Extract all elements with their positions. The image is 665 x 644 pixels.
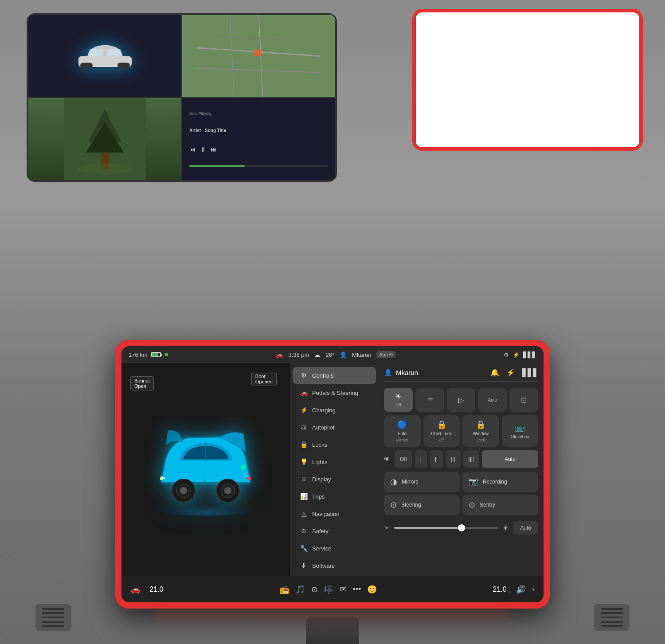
sidebar-item-navigation[interactable]: △ Navigation — [293, 505, 376, 522]
time-display: 3:38 pm — [288, 351, 309, 358]
brightness-slider[interactable] — [394, 527, 498, 529]
wiper-speed3-button[interactable]: ||| — [446, 450, 460, 468]
recording-button[interactable]: 📷 Recording — [462, 472, 538, 492]
user-name-display: 👤 Mkarun — [384, 369, 418, 377]
svg-rect-2 — [80, 62, 93, 68]
settings-icon[interactable]: ⚙ — [504, 351, 509, 358]
autopilot-label: Autopilot — [312, 424, 335, 431]
steering-sentry-row: ⊙ Steering ⊙ Sentry — [384, 495, 538, 515]
window-lock-button[interactable]: 🔒 Window Lock — [462, 415, 499, 447]
fold-mirrors-sublabel: Mirrors — [396, 438, 408, 442]
taskbar-next-icon[interactable]: › — [532, 585, 535, 594]
wiper-speed1-button[interactable]: | — [415, 450, 427, 468]
locks-label: Locks — [312, 441, 327, 448]
bell-icon[interactable]: 🔔 — [490, 368, 499, 377]
autopilot-icon: ◎ — [300, 423, 308, 431]
wiper-auto-button[interactable]: Auto — [482, 450, 538, 468]
steering-label: Steering — [401, 502, 421, 508]
lights-icon: 💡 — [300, 458, 308, 466]
app-badge: App © — [376, 351, 395, 358]
sentry-button[interactable]: ⊙ Sentry — [462, 495, 538, 515]
taskbar-volume-icon[interactable]: 🔊 — [516, 585, 526, 594]
sidebar-item-locks[interactable]: 🔒 Locks — [293, 436, 376, 453]
red-border-highlight-box — [412, 9, 643, 151]
svg-point-25 — [241, 464, 246, 470]
glovebox-button[interactable]: 📺 Glovebox — [502, 415, 539, 447]
slider-thumb[interactable] — [458, 524, 465, 531]
taskbar-radio-icon[interactable]: 📻 — [279, 585, 289, 594]
sidebar-item-software[interactable]: ⬇ Software — [293, 557, 376, 574]
sidebar-item-autopilot[interactable]: ◎ Autopilot — [293, 419, 376, 436]
screen-reflection — [155, 609, 510, 626]
highbeam-button[interactable]: ⊡ — [509, 388, 538, 412]
svg-point-16 — [78, 164, 132, 175]
user-display: Mkarun — [352, 351, 371, 358]
top-secondary-screen: Now Playing Artist - Song Title ⏮ ⏸ ⏭ — [27, 13, 337, 182]
wiper-off-button[interactable]: Off — [395, 450, 412, 468]
wiper-speed2-button[interactable]: || — [430, 450, 443, 468]
brightness-control-row: ☀ ☀ Auto — [384, 518, 538, 538]
display-label: Display — [312, 476, 331, 483]
car-visualization-panel: Bonnet Open Boot Opened — [121, 363, 290, 576]
charging-icon: ⚡ — [300, 406, 308, 414]
display-icon: 🖥 — [300, 475, 308, 483]
auto-lights-button[interactable]: Auto — [478, 388, 507, 412]
sidebar-item-safety[interactable]: ⊙ Safety — [293, 523, 376, 539]
taskbar-nav-icon[interactable]: ⊙ — [311, 585, 318, 594]
secondary-camera-panel — [28, 98, 182, 180]
road-lights-button[interactable]: ▷ — [447, 388, 476, 412]
mirrors-button[interactable]: ◑ Mirrors — [384, 472, 460, 492]
svg-line-10 — [197, 35, 279, 39]
charging-label: Charging — [312, 407, 336, 414]
status-bar-left: 176 km — [129, 351, 168, 358]
secondary-pause-icon: ⏸ — [200, 146, 206, 153]
child-lock-button[interactable]: 🔒 Child Lock off — [423, 415, 460, 447]
sidebar-item-service[interactable]: 🔧 Service — [293, 540, 376, 557]
signal-dot — [164, 353, 168, 356]
header-action-icons: 🔔 ⚡ ▋▋▋ — [490, 368, 538, 377]
wifi-icon[interactable]: ▋▋▋ — [522, 368, 538, 377]
auto-brightness-button[interactable]: Auto — [513, 521, 538, 535]
locks-icon: 🔒 — [300, 441, 308, 449]
taskbar-temp-left: ‹ › 21.0 — [146, 585, 163, 594]
sidebar-item-controls[interactable]: ⚙ Controls — [293, 367, 376, 384]
wiper-speed4-button[interactable]: |||| — [463, 450, 479, 468]
main-content-area: Bonnet Open Boot Opened — [121, 363, 544, 576]
sidebar-item-display[interactable]: 🖥 Display — [293, 471, 376, 488]
sidebar-item-pedals[interactable]: 🚗 Pedals & Steering — [293, 384, 376, 401]
secondary-map-panel — [182, 15, 336, 98]
child-lock-icon: 🔒 — [437, 420, 446, 429]
sidebar-item-trips[interactable]: 📊 Trips — [293, 488, 376, 505]
road-icon: ▷ — [458, 396, 464, 404]
parking-lights-button[interactable]: ≡≡ — [415, 388, 444, 412]
tesla-main-screen[interactable]: 176 km 🚗 3:38 pm ☁ 26° 👤 Mkarun App © — [121, 346, 544, 602]
steering-button[interactable]: ⊙ Steering — [384, 495, 460, 515]
battery-icon — [151, 352, 161, 357]
car-3d-model — [144, 421, 268, 518]
secondary-screen-display: Now Playing Artist - Song Title ⏮ ⏸ ⏭ — [27, 13, 337, 182]
taskbar-media-icon[interactable]: 🎼 — [324, 585, 334, 594]
taskbar-more-icon[interactable]: ••• — [353, 585, 361, 594]
main-screen-wrapper: 176 km 🚗 3:38 pm ☁ 26° 👤 Mkarun App © — [115, 340, 550, 609]
fold-mirrors-button[interactable]: 🔵 Fold Mirrors — [384, 415, 421, 447]
taskbar-emoji-icon[interactable]: 😊 — [367, 585, 377, 594]
weather-icon: ☁ — [314, 351, 320, 358]
wiper-controls-row: 👁 Off | || ||| |||| Auto — [384, 450, 538, 468]
sidebar-item-charging[interactable]: ⚡ Charging — [293, 402, 376, 418]
temp-right-arrows[interactable]: ‹ › — [509, 585, 510, 594]
child-lock-status: off — [439, 438, 444, 442]
temp-left-arrows[interactable]: ‹ › — [146, 585, 148, 594]
sidebar-item-lights[interactable]: 💡 Lights — [293, 453, 376, 470]
svg-rect-4 — [89, 49, 103, 56]
taskbar-phone-icon[interactable]: 🎵 — [295, 585, 305, 594]
taskbar-left: 🚗 ‹ › 21.0 — [130, 585, 163, 594]
weather-display: 26° — [325, 351, 334, 358]
lights-off-button[interactable]: ☀ Off — [384, 388, 413, 412]
highbeam-icon: ⊡ — [521, 396, 527, 404]
camera-tree-svg — [28, 98, 181, 180]
taskbar-car-icon[interactable]: 🚗 — [130, 585, 140, 594]
bluetooth-header-icon[interactable]: ⚡ — [506, 368, 515, 377]
taskbar-message-icon[interactable]: ✉ — [340, 585, 347, 594]
fold-mirrors-icon: 🔵 — [397, 420, 407, 429]
lights-label: Lights — [312, 459, 328, 465]
